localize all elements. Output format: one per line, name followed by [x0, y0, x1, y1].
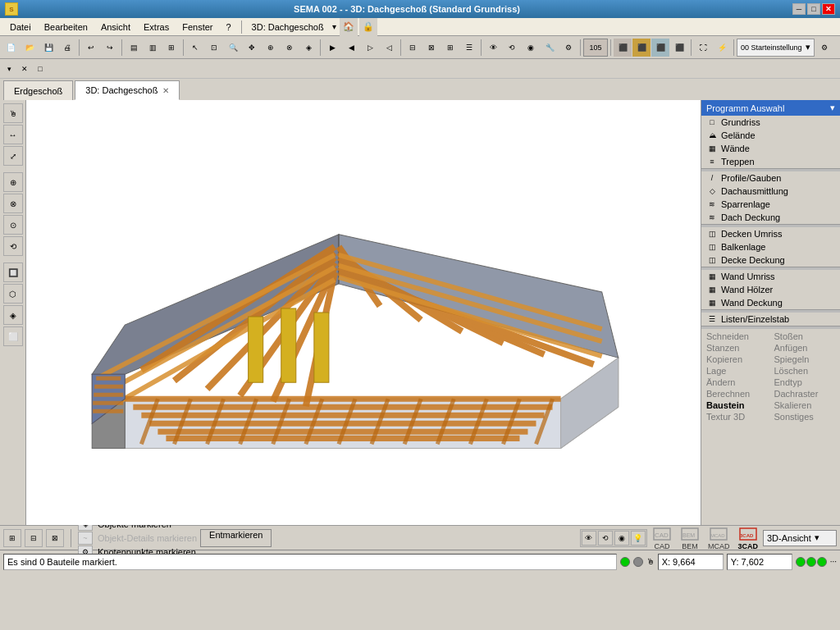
tb5[interactable]: ⊞: [162, 39, 180, 57]
settings-btn[interactable]: ⚙: [815, 39, 833, 57]
menu-wande[interactable]: ▦ Wände: [701, 142, 840, 155]
tb18[interactable]: ◉: [522, 39, 540, 57]
view-dropdown[interactable]: 3D-Ansicht ▾: [763, 530, 837, 546]
print-btn[interactable]: 🖨: [58, 39, 76, 57]
tb20[interactable]: ⚙: [559, 39, 578, 57]
menu-decken-umriss[interactable]: ◫ Decken Umriss: [701, 227, 840, 240]
side-btn10[interactable]: ◈: [3, 305, 23, 325]
tb7[interactable]: ⊗: [281, 39, 299, 57]
close-button[interactable]: ✕: [822, 3, 835, 15]
tb19[interactable]: 🔧: [541, 39, 559, 57]
tb13[interactable]: ⊟: [404, 39, 422, 57]
menu-wand-umriss[interactable]: ▦ Wand Umriss: [701, 270, 840, 283]
tb12[interactable]: ◁: [380, 39, 398, 57]
view-btn1[interactable]: ⬛: [614, 39, 632, 57]
menu-treppen[interactable]: ≡ Treppen: [701, 155, 840, 168]
side-btn2[interactable]: ↔: [3, 125, 23, 144]
menu-grundriss[interactable]: □ Grundriss: [701, 116, 840, 129]
eye-btn[interactable]: 👁: [484, 39, 502, 57]
tb2-3[interactable]: □: [33, 62, 48, 76]
redo-btn[interactable]: ↪: [101, 39, 119, 57]
tb8[interactable]: ◈: [299, 39, 317, 57]
house-icon[interactable]: 🏠: [340, 18, 358, 36]
view-icon3[interactable]: ◉: [614, 531, 629, 546]
save-btn[interactable]: 💾: [39, 39, 57, 57]
view-icon1[interactable]: 👁: [582, 531, 596, 546]
tb17[interactable]: ⟲: [503, 39, 521, 57]
lock-icon[interactable]: 🔒: [359, 18, 377, 36]
side-btn3[interactable]: ⤢: [3, 146, 23, 166]
side-btn6[interactable]: ⊙: [3, 215, 23, 235]
cad-btn-mcad[interactable]: MCAD MCAD: [705, 525, 733, 551]
view-btn4[interactable]: ⬛: [670, 39, 688, 57]
starteinstellung-dropdown[interactable]: 00 Starteinstellung ▾: [737, 39, 815, 57]
menu-balkenlage[interactable]: ◫ Balkenlage: [701, 240, 840, 253]
tb15[interactable]: ⊞: [441, 39, 459, 57]
side-btn9[interactable]: ⬡: [3, 284, 23, 304]
new-btn[interactable]: 📄: [2, 39, 20, 57]
menu-sparrenlage[interactable]: ≋ Sparrenlage: [701, 198, 840, 211]
bottom-icon3[interactable]: ⊠: [46, 529, 64, 547]
bottom-icon2[interactable]: ⊟: [25, 529, 43, 547]
window-controls[interactable]: ─ □ ✕: [792, 3, 835, 15]
menu-wand-holzer[interactable]: ▦ Wand Hölzer: [701, 283, 840, 296]
tb10[interactable]: ◀: [342, 39, 360, 57]
tb23[interactable]: ⚡: [713, 39, 731, 57]
objekt-details-item[interactable]: ~ Objekt-Details markieren: [78, 532, 197, 545]
maximize-button[interactable]: □: [807, 3, 820, 15]
status-more[interactable]: ···: [830, 557, 837, 566]
menu-datei[interactable]: Datei: [3, 21, 38, 34]
menu-extras[interactable]: Extras: [137, 21, 176, 34]
pan-btn[interactable]: ✥: [243, 39, 261, 57]
tb16[interactable]: ☰: [460, 39, 478, 57]
cad-btn-3cad[interactable]: 3CAD 3CAD: [734, 525, 761, 551]
view-icon2[interactable]: ⟲: [598, 531, 613, 546]
side-btn8[interactable]: 🔲: [3, 262, 23, 282]
view-btn2[interactable]: ⬛: [632, 39, 651, 57]
menu-dropdown-arrow[interactable]: ▾: [332, 22, 336, 31]
side-btn11[interactable]: ⬜: [3, 326, 23, 346]
tb11[interactable]: ▷: [361, 39, 379, 57]
tb2-2[interactable]: ✕: [17, 62, 32, 76]
open-btn[interactable]: 📂: [21, 39, 39, 57]
menu-fenster[interactable]: Fenster: [176, 21, 219, 34]
undo-btn[interactable]: ↩: [82, 39, 100, 57]
menu-profile-gauben[interactable]: / Profile/Gauben: [701, 171, 840, 185]
tb22[interactable]: ⛶: [694, 39, 712, 57]
minimize-button[interactable]: ─: [792, 3, 806, 15]
menu-bearbeiten[interactable]: Bearbeiten: [38, 21, 94, 34]
tb3[interactable]: ▤: [125, 39, 143, 57]
menu-help[interactable]: ?: [219, 21, 237, 34]
tab-erdgeschoss[interactable]: Erdgeschoß: [3, 80, 73, 100]
select-btn[interactable]: ⊡: [205, 39, 223, 57]
cad-btn-bem[interactable]: BEM BEM: [677, 525, 703, 551]
tab-3d-dachgeschoss[interactable]: 3D: Dachgeschoß ✕: [75, 80, 180, 100]
tb21[interactable]: 105: [583, 39, 608, 57]
menu-3d-dachgeschoss[interactable]: 3D: Dachgeschoß: [245, 21, 331, 34]
menu-ansicht[interactable]: Ansicht: [94, 21, 137, 34]
side-btn1[interactable]: 🖱: [3, 103, 23, 123]
menu-listen-einzelstab[interactable]: ☰ Listen/Einzelstab: [701, 313, 840, 326]
tb9[interactable]: ▶: [323, 39, 341, 57]
side-btn7[interactable]: ⟲: [3, 236, 23, 256]
action-baustein[interactable]: Baustein: [703, 399, 771, 411]
bottom-icon1[interactable]: ⊞: [3, 529, 21, 547]
zoom-btn[interactable]: 🔍: [224, 39, 242, 57]
tb4[interactable]: ▥: [144, 39, 162, 57]
side-btn5[interactable]: ⊗: [3, 194, 23, 213]
cursor-btn[interactable]: ↖: [186, 39, 204, 57]
program-auswahl-header[interactable]: Programm Auswahl ▾: [701, 100, 840, 116]
viewport[interactable]: [26, 100, 701, 525]
menu-decke-deckung[interactable]: ◫ Decke Deckung: [701, 253, 840, 267]
entmarkieren-button[interactable]: Entmarkieren: [200, 529, 272, 547]
tb6[interactable]: ⊕: [262, 39, 280, 57]
menu-dachausmittlung[interactable]: ◇ Dachausmittlung: [701, 185, 840, 198]
view-btn3[interactable]: ⬛: [651, 39, 669, 57]
view-icon4[interactable]: 💡: [631, 531, 646, 546]
menu-wand-deckung[interactable]: ▦ Wand Deckung: [701, 296, 840, 309]
menu-gelande[interactable]: ⛰ Gelände: [701, 129, 840, 142]
tb14[interactable]: ⊠: [422, 39, 441, 57]
menu-dach-deckung[interactable]: ≋ Dach Deckung: [701, 211, 840, 224]
side-btn4[interactable]: ⊕: [3, 172, 23, 192]
tab-close-icon[interactable]: ✕: [162, 86, 169, 95]
